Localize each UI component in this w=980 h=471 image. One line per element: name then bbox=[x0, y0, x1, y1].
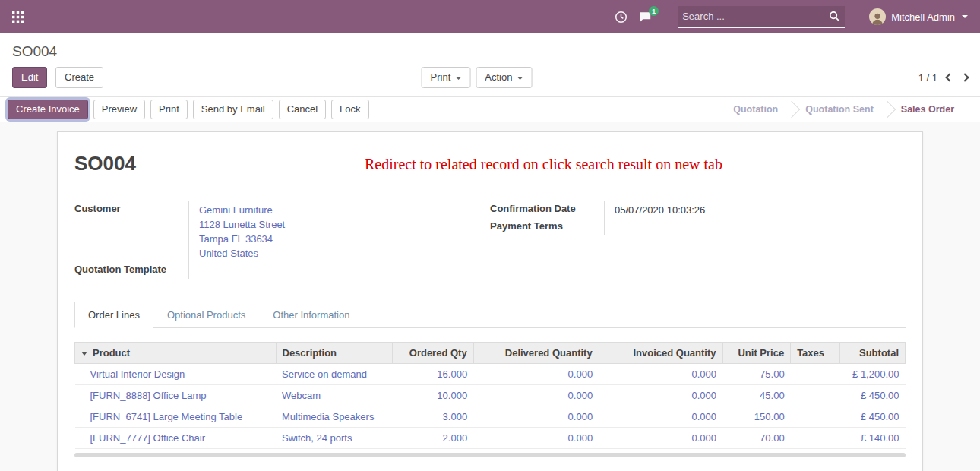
customer-name[interactable]: Gemini Furniture bbox=[199, 203, 490, 217]
statusbar: Create Invoice Preview Print Send by Ema… bbox=[0, 96, 980, 122]
print-button[interactable]: Print bbox=[150, 100, 188, 119]
cell-invoiced-qty[interactable]: 0.000 bbox=[599, 406, 722, 428]
cancel-button[interactable]: Cancel bbox=[279, 100, 326, 119]
cell-subtotal[interactable]: £ 140.00 bbox=[839, 428, 905, 449]
page-title: SO004 bbox=[74, 152, 136, 175]
cell-product[interactable]: Virtual Interior Design bbox=[75, 364, 277, 385]
step-quotation-sent[interactable]: Quotation Sent bbox=[793, 104, 886, 115]
column-header-ordered-qty[interactable]: Ordered Qty bbox=[392, 343, 473, 364]
cell-delivered-qty[interactable]: 0.000 bbox=[473, 385, 599, 406]
payment-terms-value[interactable] bbox=[604, 219, 906, 236]
cell-ordered-qty[interactable]: 16.000 bbox=[392, 364, 473, 385]
cell-taxes[interactable] bbox=[791, 406, 839, 428]
cell-taxes[interactable] bbox=[791, 364, 839, 385]
lock-button[interactable]: Lock bbox=[331, 100, 368, 119]
pager-next-icon[interactable] bbox=[960, 73, 969, 81]
search-input[interactable] bbox=[682, 11, 829, 22]
pager-previous-icon[interactable] bbox=[945, 73, 953, 81]
create-button[interactable]: Create bbox=[55, 67, 103, 88]
messages-icon[interactable]: 1 bbox=[638, 11, 652, 24]
apps-menu-icon[interactable] bbox=[12, 11, 24, 23]
send-by-email-button[interactable]: Send by Email bbox=[193, 100, 273, 119]
left-field-group: Customer Gemini Furniture 1128 Lunetta S… bbox=[74, 201, 490, 279]
action-dropdown-button[interactable]: Action bbox=[476, 67, 532, 88]
chevron-down-icon bbox=[962, 15, 968, 18]
column-header-description[interactable]: Description bbox=[276, 343, 392, 364]
chevron-down-icon bbox=[517, 77, 523, 80]
cell-description[interactable]: Service on demand bbox=[276, 364, 392, 385]
cell-invoiced-qty[interactable]: 0.000 bbox=[599, 428, 722, 449]
sort-caret-icon bbox=[81, 352, 87, 356]
cell-description[interactable]: Multimedia Speakers bbox=[276, 406, 392, 428]
cell-delivered-qty[interactable]: 0.000 bbox=[473, 364, 599, 385]
sheet: SO004 Redirect to related record on clic… bbox=[57, 131, 923, 471]
cell-ordered-qty[interactable]: 3.000 bbox=[392, 406, 473, 428]
preview-button[interactable]: Preview bbox=[93, 100, 145, 119]
table-row[interactable]: [FURN_6741] Large Meeting Table Multimed… bbox=[75, 406, 906, 428]
confirmation-date-value: 05/07/2020 10:03:26 bbox=[604, 201, 906, 219]
user-avatar bbox=[869, 8, 886, 25]
cell-subtotal[interactable]: £ 450.00 bbox=[839, 406, 905, 428]
cell-unit-price[interactable]: 45.00 bbox=[722, 385, 791, 406]
annotation-text: Redirect to related record on click sear… bbox=[136, 152, 906, 173]
customer-street: 1128 Lunetta Street bbox=[199, 217, 490, 232]
cell-taxes[interactable] bbox=[791, 428, 839, 449]
message-count-badge: 1 bbox=[649, 6, 659, 16]
search-icon[interactable] bbox=[829, 11, 840, 22]
activities-clock-icon[interactable] bbox=[615, 11, 628, 24]
record-action-buttons: Edit Create bbox=[12, 67, 103, 88]
customer-label: Customer bbox=[74, 201, 188, 262]
cell-subtotal[interactable]: £ 1,200.00 bbox=[839, 364, 905, 385]
table-header-row: Product Description Ordered Qty Delivere… bbox=[75, 343, 906, 364]
column-header-product[interactable]: Product bbox=[75, 343, 277, 364]
quotation-template-value[interactable] bbox=[188, 262, 490, 279]
cell-delivered-qty[interactable]: 0.000 bbox=[473, 428, 599, 449]
cell-description[interactable]: Webcam bbox=[276, 385, 392, 406]
pager-counter: 1 / 1 bbox=[918, 72, 937, 84]
column-header-delivered-quantity[interactable]: Delivered Quantity bbox=[473, 343, 599, 364]
edit-button[interactable]: Edit bbox=[12, 67, 47, 88]
column-header-unit-price[interactable]: Unit Price bbox=[722, 343, 791, 364]
tab-other-information[interactable]: Other Information bbox=[259, 302, 363, 328]
user-name: Mitchell Admin bbox=[891, 11, 955, 23]
top-navbar: 1 Mitchell Admin bbox=[0, 0, 980, 33]
notebook-tabs: Order Lines Optional Products Other Info… bbox=[74, 302, 906, 328]
table-row[interactable]: [FURN_8888] Office Lamp Webcam 10.000 0.… bbox=[75, 385, 906, 406]
print-dropdown-button[interactable]: Print bbox=[422, 67, 471, 88]
cell-unit-price[interactable]: 70.00 bbox=[722, 428, 791, 449]
step-sales-order[interactable]: Sales Order bbox=[889, 104, 966, 115]
customer-country: United States bbox=[199, 246, 490, 261]
table-horizontal-scrollbar[interactable] bbox=[74, 453, 906, 457]
cell-invoiced-qty[interactable]: 0.000 bbox=[599, 385, 722, 406]
table-row[interactable]: Virtual Interior Design Service on deman… bbox=[75, 364, 906, 385]
tab-order-lines[interactable]: Order Lines bbox=[74, 302, 153, 328]
cell-taxes[interactable] bbox=[791, 385, 839, 406]
step-quotation[interactable]: Quotation bbox=[721, 104, 790, 115]
create-invoice-button[interactable]: Create Invoice bbox=[8, 100, 88, 119]
table-row[interactable]: [FURN_7777] Office Chair Switch, 24 port… bbox=[75, 428, 906, 449]
cell-product[interactable]: [FURN_8888] Office Lamp bbox=[75, 385, 277, 406]
cell-unit-price[interactable]: 75.00 bbox=[722, 364, 791, 385]
cell-ordered-qty[interactable]: 10.000 bbox=[392, 385, 473, 406]
tab-optional-products[interactable]: Optional Products bbox=[153, 302, 259, 328]
form-view: SO004 Redirect to related record on clic… bbox=[0, 122, 980, 471]
cell-ordered-qty[interactable]: 2.000 bbox=[392, 428, 473, 449]
cell-description[interactable]: Switch, 24 ports bbox=[276, 428, 392, 449]
user-menu[interactable]: Mitchell Admin bbox=[869, 8, 968, 25]
cell-invoiced-qty[interactable]: 0.000 bbox=[599, 364, 722, 385]
column-header-taxes[interactable]: Taxes bbox=[791, 343, 839, 364]
cell-product[interactable]: [FURN_6741] Large Meeting Table bbox=[75, 406, 277, 428]
confirmation-date-label: Confirmation Date bbox=[490, 201, 604, 219]
dropdown-buttons: Print Action bbox=[422, 67, 533, 88]
cell-delivered-qty[interactable]: 0.000 bbox=[473, 406, 599, 428]
cell-unit-price[interactable]: 150.00 bbox=[722, 406, 791, 428]
pager: 1 / 1 bbox=[918, 72, 968, 84]
quotation-template-label: Quotation Template bbox=[74, 262, 188, 279]
column-header-subtotal[interactable]: Subtotal bbox=[839, 343, 905, 364]
cell-product[interactable]: [FURN_7777] Office Chair bbox=[75, 428, 277, 449]
column-header-invoiced-quantity[interactable]: Invoiced Quantity bbox=[599, 343, 722, 364]
chevron-down-icon bbox=[455, 77, 461, 80]
payment-terms-label: Payment Terms bbox=[490, 219, 604, 236]
customer-value[interactable]: Gemini Furniture 1128 Lunetta Street Tam… bbox=[188, 201, 490, 262]
cell-subtotal[interactable]: £ 450.00 bbox=[839, 385, 905, 406]
